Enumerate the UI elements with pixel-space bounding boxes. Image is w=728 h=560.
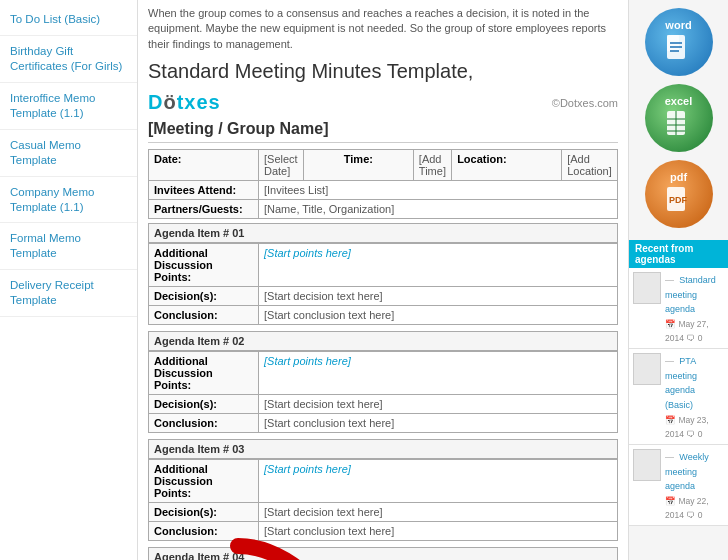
- word-label: word: [665, 19, 691, 31]
- invitees-label: Invitees Attend:: [149, 181, 259, 200]
- recent-thumb-2: [633, 353, 661, 385]
- logo-area: Dötxes ©Dotxes.com: [148, 91, 618, 114]
- time-label: Time:: [303, 150, 413, 181]
- recent-date-3: 📅 May 22, 2014 🗨 0: [665, 496, 709, 520]
- logo: Dötxes: [148, 91, 221, 114]
- date-label: Date:: [149, 150, 259, 181]
- word-doc-icon: [663, 33, 695, 65]
- agenda-header-04: Agenda Item # 04: [148, 547, 618, 560]
- main-content: When the group comes to a consensus and …: [138, 0, 628, 560]
- excel-label: excel: [665, 95, 693, 107]
- recent-date-1: 📅 May 27, 2014 🗨 0: [665, 319, 709, 343]
- recent-item-1[interactable]: — Standard meeting agenda 📅 May 27, 2014…: [629, 268, 728, 349]
- agenda-header-03: Agenda Item # 03: [148, 439, 618, 459]
- date-value: [Select Date]: [259, 150, 304, 181]
- meeting-name: [Meeting / Group Name]: [148, 120, 618, 143]
- intro-text: When the group comes to a consensus and …: [148, 6, 618, 52]
- sidebar-item-delivery[interactable]: Delivery Receipt Template: [0, 270, 137, 317]
- time-value: [Add Time]: [413, 150, 451, 181]
- partners-label: Partners/Guests:: [149, 200, 259, 219]
- agenda-item-01: Agenda Item # 01 Additional Discussion P…: [148, 223, 618, 325]
- agenda-item-03: Agenda Item # 03 Additional Discussion P…: [148, 439, 618, 541]
- header-table: Date: [Select Date] Time: [Add Time] Loc…: [148, 149, 618, 219]
- word-icon-button[interactable]: word: [645, 8, 713, 76]
- location-label: Location:: [452, 150, 562, 181]
- left-sidebar: To Do List (Basic) Birthday Gift Certifi…: [0, 0, 138, 560]
- pdf-label: pdf: [670, 171, 687, 183]
- svg-text:PDF: PDF: [669, 195, 688, 205]
- agenda-item-04: Agenda Item # 04 Additional Discussion P…: [148, 547, 618, 560]
- sidebar-item-interoffice[interactable]: Interoffice Memo Template (1.1): [0, 83, 137, 130]
- recent-header: Recent from agendas: [629, 240, 728, 268]
- pdf-doc-icon: PDF: [663, 185, 695, 217]
- recent-item-3[interactable]: — Weekly meeting agenda 📅 May 22, 2014 🗨…: [629, 445, 728, 526]
- recent-thumb-3: [633, 449, 661, 481]
- sidebar-item-todo[interactable]: To Do List (Basic): [0, 4, 137, 36]
- partners-value: [Name, Title, Organization]: [259, 200, 618, 219]
- recent-item-2[interactable]: — PTA meeting agenda (Basic) 📅 May 23, 2…: [629, 349, 728, 445]
- invitees-value: [Invitees List]: [259, 181, 618, 200]
- right-sidebar: word excel pdf PDF Recent from agendas: [628, 0, 728, 560]
- template-title: Standard Meeting Minutes Template,: [148, 60, 618, 83]
- agenda-item-02: Agenda Item # 02 Additional Discussion P…: [148, 331, 618, 433]
- sidebar-item-casual[interactable]: Casual Memo Template: [0, 130, 137, 177]
- excel-doc-icon: [663, 109, 695, 141]
- agenda-header-01: Agenda Item # 01: [148, 223, 618, 243]
- pdf-icon-button[interactable]: pdf PDF: [645, 160, 713, 228]
- sidebar-item-company[interactable]: Company Memo Template (1.1): [0, 177, 137, 224]
- recent-section: Recent from agendas — Standard meeting a…: [629, 240, 728, 526]
- sidebar-item-birthday[interactable]: Birthday Gift Certificates (For Girls): [0, 36, 137, 83]
- sidebar-item-formal[interactable]: Formal Memo Template: [0, 223, 137, 270]
- recent-date-2: 📅 May 23, 2014 🗨 0: [665, 415, 709, 439]
- excel-icon-button[interactable]: excel: [645, 84, 713, 152]
- location-value: [Add Location]: [562, 150, 618, 181]
- dotxes-url: ©Dotxes.com: [552, 97, 618, 109]
- agenda-header-02: Agenda Item # 02: [148, 331, 618, 351]
- recent-thumb-1: [633, 272, 661, 304]
